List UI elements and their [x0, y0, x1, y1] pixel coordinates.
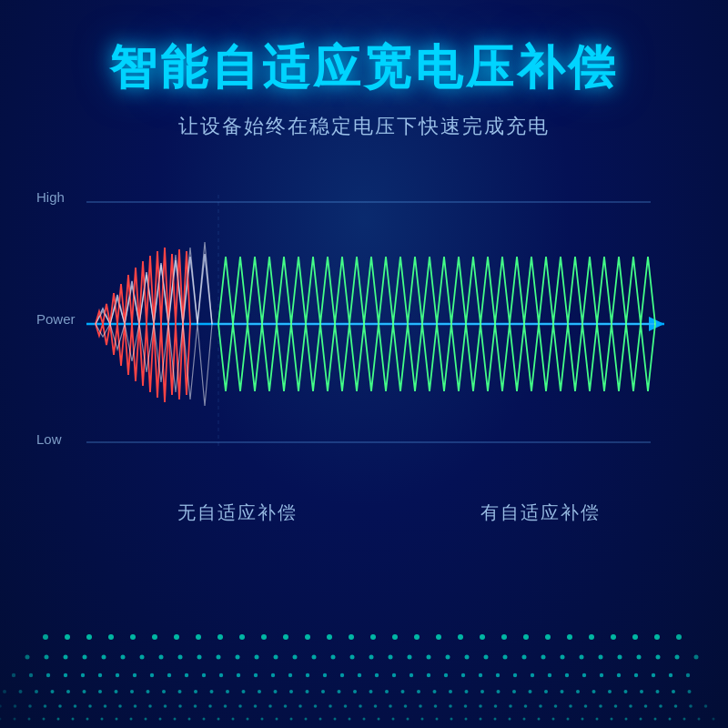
subtitle: 让设备始终在稳定电压下快速完成充电 — [178, 113, 550, 140]
chart-svg-container — [86, 177, 692, 468]
label-no-compensation: 无自适应补偿 — [177, 500, 298, 525]
label-with-compensation: 有自适应补偿 — [480, 500, 601, 525]
bottom-labels: 无自适应补偿 有自适应补偿 — [36, 500, 692, 525]
chart-area: High Power Low — [36, 177, 692, 486]
main-title: 智能自适应宽电压补偿 — [109, 36, 619, 100]
content-wrapper: 智能自适应宽电压补偿 让设备始终在稳定电压下快速完成充电 High Power … — [0, 0, 728, 728]
label-low: Low — [36, 431, 62, 447]
chart-svg — [86, 177, 692, 468]
label-power: Power — [36, 311, 76, 327]
label-high: High — [36, 189, 65, 205]
